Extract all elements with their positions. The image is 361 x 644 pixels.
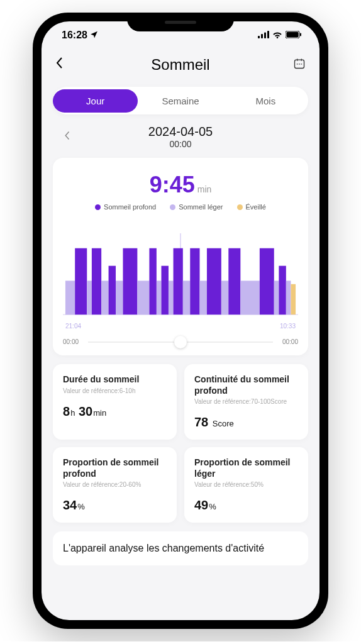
cellular-icon [258, 30, 269, 41]
period-tabs: Jour Semaine Mois [53, 87, 308, 114]
stat-light-prop-ref: Valeur de référence:50% [194, 481, 298, 488]
svg-rect-1 [261, 34, 263, 38]
svg-rect-6 [300, 33, 301, 36]
current-time: 00:00 [148, 139, 213, 149]
tab-day[interactable]: Jour [53, 89, 138, 113]
svg-rect-29 [228, 248, 240, 315]
date-navigator: 2024-04-05 00:00 [42, 125, 319, 149]
status-time: 16:28 [62, 30, 87, 41]
stat-light-prop[interactable]: Proportion de sommeil léger Valeur de ré… [184, 447, 308, 523]
svg-rect-24 [183, 280, 190, 314]
stat-duration-title: Durée du sommeil [63, 374, 167, 386]
svg-rect-5 [287, 32, 299, 38]
legend-awake: Éveillé [237, 203, 266, 211]
legend-deep-label: Sommeil profond [104, 203, 156, 211]
sleep-total: 9:45min [63, 172, 298, 198]
chart-legend: Sommeil profond Sommeil léger Éveillé [63, 203, 298, 211]
svg-rect-22 [169, 280, 174, 314]
slider-knob[interactable] [174, 336, 187, 348]
battery-icon [286, 30, 302, 41]
stat-light-prop-title: Proportion de sommeil léger [194, 457, 298, 479]
tab-month[interactable]: Mois [223, 89, 308, 113]
svg-rect-11 [75, 248, 87, 315]
svg-rect-26 [200, 280, 207, 314]
svg-rect-12 [87, 280, 92, 314]
svg-rect-30 [240, 280, 260, 314]
legend-awake-label: Éveillé [246, 203, 266, 211]
time-slider[interactable]: 00:00 00:00 [63, 338, 298, 345]
chart-end-time: 10:33 [280, 323, 296, 330]
svg-rect-25 [190, 248, 199, 315]
stat-continuity-value: 78 Score [194, 415, 298, 430]
sleep-chart-card: 9:45min Sommeil profond Sommeil léger Év… [53, 158, 308, 355]
nav-header: Sommeil [42, 49, 319, 80]
stat-duration[interactable]: Durée du sommeil Valeur de référence:6-1… [53, 364, 177, 440]
stats-grid: Durée du sommeil Valeur de référence:6-1… [53, 364, 308, 523]
phone-screen: 16:28 Sommeil [42, 21, 319, 620]
stat-deep-prop[interactable]: Proportion de sommeil profond Valeur de … [53, 447, 177, 523]
legend-awake-dot [237, 204, 243, 210]
calendar-icon[interactable] [287, 57, 306, 72]
stat-continuity-ref: Valeur de référence:70-100Score [194, 398, 298, 405]
info-card: L'appareil analyse les changements d'act… [53, 531, 308, 565]
svg-rect-17 [123, 248, 137, 315]
svg-rect-28 [221, 280, 228, 314]
legend-deep-dot [95, 204, 101, 210]
chart-start-time: 21:04 [65, 323, 81, 330]
svg-rect-31 [260, 248, 274, 315]
svg-rect-15 [109, 266, 116, 315]
stat-continuity[interactable]: Continuité du sommeil profond Valeur de … [184, 364, 308, 440]
sleep-total-value: 9:45 [150, 172, 195, 197]
svg-rect-2 [264, 33, 266, 39]
stat-continuity-title: Continuité du sommeil profond [194, 374, 298, 396]
back-button[interactable] [55, 57, 74, 73]
stat-deep-prop-ref: Valeur de référence:20-60% [63, 481, 167, 488]
stat-light-prop-value: 49% [194, 498, 298, 513]
legend-light: Sommeil léger [170, 203, 223, 211]
current-date: 2024-04-05 [148, 125, 213, 139]
legend-light-dot [170, 204, 175, 210]
legend-deep: Sommeil profond [95, 203, 156, 211]
svg-rect-18 [137, 280, 149, 314]
svg-rect-35 [291, 284, 296, 314]
svg-rect-32 [274, 280, 279, 314]
phone-frame: 16:28 Sommeil [33, 13, 328, 629]
slider-end: 00:00 [282, 338, 298, 345]
location-icon [90, 30, 98, 41]
stat-duration-value: 8h 30min [63, 404, 167, 419]
svg-rect-13 [92, 248, 101, 315]
slider-start: 00:00 [63, 338, 79, 345]
stat-deep-prop-title: Proportion de sommeil profond [63, 457, 167, 479]
svg-rect-34 [286, 280, 291, 314]
svg-rect-3 [267, 31, 269, 38]
stat-duration-ref: Valeur de référence:6-10h [63, 387, 167, 394]
stat-deep-prop-value: 34% [63, 498, 167, 513]
date-prev-button[interactable] [64, 131, 70, 143]
legend-light-label: Sommeil léger [179, 203, 223, 211]
phone-notch [127, 13, 234, 31]
svg-rect-33 [279, 266, 286, 315]
svg-rect-14 [101, 280, 108, 314]
svg-rect-16 [116, 280, 123, 314]
tab-week[interactable]: Semaine [138, 89, 223, 113]
info-text: L'appareil analyse les changements d'act… [63, 543, 264, 553]
svg-rect-27 [207, 248, 221, 315]
sleep-total-unit: min [197, 184, 212, 194]
svg-rect-19 [149, 248, 156, 315]
svg-rect-10 [65, 280, 75, 314]
sleep-chart: 21:04 10:33 [63, 233, 298, 330]
svg-rect-21 [161, 266, 168, 315]
page-title: Sommeil [151, 56, 209, 74]
svg-rect-23 [174, 248, 183, 315]
svg-rect-0 [258, 36, 260, 38]
svg-rect-20 [157, 280, 162, 314]
wifi-icon [272, 30, 282, 41]
